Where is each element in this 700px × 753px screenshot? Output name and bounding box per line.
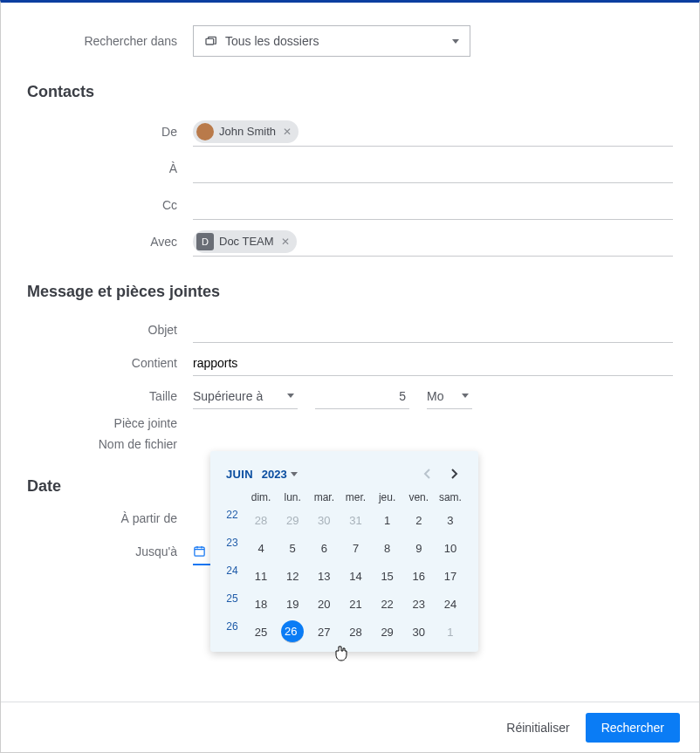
with-label: Avec bbox=[27, 235, 193, 249]
reset-button[interactable]: Réinitialiser bbox=[506, 721, 569, 735]
calendar-day[interactable]: 24 bbox=[435, 592, 466, 615]
attachment-label: Pièce jointe bbox=[27, 416, 193, 430]
calendar-day[interactable]: 1 bbox=[435, 620, 466, 643]
calendar-day[interactable]: 11 bbox=[245, 565, 277, 587]
calendar-day[interactable]: 29 bbox=[277, 509, 308, 531]
calendar-day[interactable]: 1 bbox=[372, 509, 403, 531]
calendar-week: 24 bbox=[219, 565, 245, 587]
chevron-down-icon bbox=[462, 394, 469, 398]
calendar-day[interactable]: 13 bbox=[308, 565, 340, 587]
calendar-dow: lun. bbox=[277, 491, 308, 503]
size-op-value: Supérieure à bbox=[193, 389, 263, 403]
from-date-label: À partir de bbox=[27, 511, 193, 525]
calendar-corner bbox=[219, 491, 245, 503]
from-label: De bbox=[27, 125, 193, 139]
calendar-day[interactable]: 18 bbox=[245, 592, 277, 615]
subject-label: Objet bbox=[27, 323, 193, 337]
calendar-month[interactable]: JUIN bbox=[226, 468, 253, 481]
chip-label: John Smith bbox=[219, 125, 276, 138]
size-unit-value: Mo bbox=[427, 389, 443, 403]
calendar-day[interactable]: 30 bbox=[308, 509, 340, 531]
calendar-day[interactable]: 7 bbox=[340, 537, 371, 559]
calendar-day[interactable]: 5 bbox=[277, 537, 308, 559]
calendar-dow: dim. bbox=[245, 491, 277, 503]
calendar-week: 26 bbox=[219, 620, 245, 643]
filename-label: Nom de fichier bbox=[27, 437, 193, 451]
calendar-day[interactable]: 12 bbox=[277, 565, 308, 587]
calendar-day[interactable]: 8 bbox=[372, 537, 403, 559]
size-unit-select[interactable]: Mo bbox=[427, 383, 472, 409]
search-button[interactable]: Rechercher bbox=[586, 713, 680, 743]
calendar-day[interactable]: 2 bbox=[403, 509, 435, 531]
calendar-dow: jeu. bbox=[372, 491, 403, 503]
folders-icon bbox=[204, 34, 218, 48]
with-input[interactable]: D Doc TEAM ✕ bbox=[193, 227, 673, 257]
chevron-down-icon bbox=[291, 472, 298, 476]
calendar-icon bbox=[193, 544, 206, 558]
with-chip[interactable]: D Doc TEAM ✕ bbox=[193, 230, 297, 253]
chevron-left-icon bbox=[423, 469, 432, 479]
avatar: D bbox=[196, 233, 214, 250]
next-month-button[interactable] bbox=[445, 465, 463, 483]
chip-label: Doc TEAM bbox=[219, 235, 274, 248]
svg-rect-0 bbox=[206, 38, 214, 44]
calendar-day[interactable]: 14 bbox=[340, 565, 371, 587]
search-in-value: Tous les dossiers bbox=[225, 34, 319, 48]
calendar-day[interactable]: 29 bbox=[372, 620, 403, 643]
size-op-select[interactable]: Supérieure à bbox=[193, 383, 298, 409]
calendar-day[interactable]: 4 bbox=[245, 537, 277, 559]
calendar-day[interactable]: 6 bbox=[308, 537, 340, 559]
calendar-day[interactable]: 20 bbox=[308, 592, 340, 615]
calendar-week: 25 bbox=[219, 592, 245, 615]
calendar-year[interactable]: 2023 bbox=[262, 468, 287, 481]
calendar-day[interactable]: 26 bbox=[281, 620, 304, 643]
calendar-week: 23 bbox=[219, 537, 245, 559]
calendar-day[interactable]: 31 bbox=[340, 509, 371, 531]
from-input[interactable]: John Smith ✕ bbox=[193, 117, 673, 147]
search-in-select[interactable]: Tous les dossiers bbox=[193, 25, 470, 57]
subject-input[interactable] bbox=[193, 317, 673, 343]
date-picker: JUIN 2023 dim.lun.mar.mer.jeu.ven.sam.22… bbox=[210, 451, 478, 652]
avatar bbox=[196, 123, 214, 140]
calendar-day[interactable]: 10 bbox=[435, 537, 466, 559]
to-date-label: Jusqu'à bbox=[27, 544, 193, 558]
calendar-dow: sam. bbox=[435, 491, 466, 503]
calendar-day[interactable]: 9 bbox=[403, 537, 435, 559]
calendar-day[interactable]: 28 bbox=[245, 509, 277, 531]
contains-input[interactable] bbox=[193, 350, 673, 376]
calendar-day[interactable]: 15 bbox=[372, 565, 403, 587]
calendar-day[interactable]: 19 bbox=[277, 592, 308, 615]
size-value: 5 bbox=[399, 389, 406, 403]
cc-label: Cc bbox=[27, 198, 193, 212]
calendar-day[interactable]: 25 bbox=[245, 620, 277, 643]
contains-label: Contient bbox=[27, 356, 193, 370]
calendar-day[interactable]: 3 bbox=[435, 509, 466, 531]
chevron-right-icon bbox=[450, 469, 458, 479]
calendar-day[interactable]: 27 bbox=[308, 620, 340, 643]
cc-input[interactable] bbox=[193, 190, 673, 220]
chevron-down-icon bbox=[452, 39, 459, 44]
chevron-down-icon bbox=[287, 394, 294, 398]
calendar-week: 22 bbox=[219, 509, 245, 531]
calendar-day[interactable]: 17 bbox=[435, 565, 466, 587]
calendar-day[interactable]: 28 bbox=[340, 620, 371, 643]
message-heading: Message et pièces jointes bbox=[27, 283, 673, 301]
size-label: Taille bbox=[27, 389, 193, 403]
to-label: À bbox=[27, 161, 193, 175]
search-in-label: Rechercher dans bbox=[27, 34, 193, 48]
calendar-dow: mar. bbox=[308, 491, 340, 503]
from-chip[interactable]: John Smith ✕ bbox=[193, 120, 299, 143]
remove-chip-icon[interactable]: ✕ bbox=[281, 126, 292, 138]
calendar-day[interactable]: 22 bbox=[372, 592, 403, 615]
prev-month-button[interactable] bbox=[419, 465, 436, 483]
calendar-day[interactable]: 23 bbox=[403, 592, 435, 615]
calendar-day[interactable]: 16 bbox=[403, 565, 435, 587]
contacts-heading: Contacts bbox=[27, 83, 673, 101]
remove-chip-icon[interactable]: ✕ bbox=[279, 236, 290, 248]
calendar-day[interactable]: 21 bbox=[340, 592, 371, 615]
calendar-dow: ven. bbox=[403, 491, 435, 503]
size-value-input[interactable]: 5 bbox=[315, 383, 409, 409]
to-input[interactable] bbox=[193, 154, 673, 183]
calendar-day[interactable]: 30 bbox=[403, 620, 435, 643]
svg-rect-1 bbox=[195, 547, 204, 556]
